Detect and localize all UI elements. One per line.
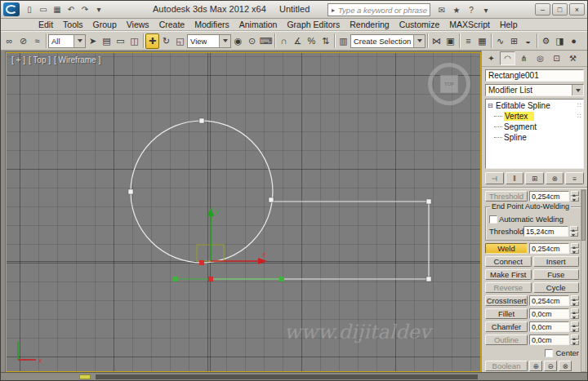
chevron-down-icon[interactable] bbox=[413, 35, 425, 47]
make-first-button[interactable]: Make First bbox=[485, 269, 532, 280]
close-button[interactable]: × bbox=[569, 3, 585, 16]
rendered-frame-icon[interactable]: ◨ bbox=[553, 33, 567, 49]
menu-rendering[interactable]: Rendering bbox=[345, 19, 394, 31]
spline-rectangle[interactable] bbox=[211, 202, 429, 279]
fuse-button[interactable]: Fuse bbox=[533, 269, 580, 280]
rectangular-selection-icon[interactable]: ▭ bbox=[114, 33, 127, 49]
stack-item-vertex[interactable]: Vertex ∷ bbox=[486, 111, 583, 122]
vertex-circle-left[interactable] bbox=[128, 189, 133, 194]
named-selection-set-combo[interactable]: Create Selection Se bbox=[350, 34, 425, 48]
menu-views[interactable]: Views bbox=[122, 19, 154, 31]
menu-modifiers[interactable]: Modifiers bbox=[189, 19, 234, 31]
save-icon[interactable]: ▦ bbox=[51, 3, 64, 16]
menu-group[interactable]: Group bbox=[88, 19, 122, 31]
menu-help[interactable]: Help bbox=[495, 19, 523, 31]
pin-stack-icon[interactable]: ⊣ bbox=[485, 172, 504, 184]
chevron-down-icon[interactable] bbox=[219, 35, 230, 47]
connect-button[interactable]: Connect bbox=[485, 256, 532, 267]
cross-insert-button[interactable]: CrossInsert bbox=[485, 295, 528, 306]
render-setup-icon[interactable]: ⚙ bbox=[539, 33, 553, 49]
tab-motion[interactable]: ◎ bbox=[532, 51, 548, 65]
curve-editor-icon[interactable]: ∿ bbox=[493, 33, 507, 49]
schematic-view-icon[interactable]: ⊞ bbox=[507, 33, 521, 49]
cross-insert-field[interactable]: 0,254cm bbox=[529, 295, 569, 306]
align-icon[interactable]: ▣ bbox=[443, 33, 457, 49]
configure-modifier-sets-icon[interactable]: ≡ bbox=[565, 172, 584, 184]
fillet-button[interactable]: Fillet bbox=[485, 308, 528, 319]
chamfer-button[interactable]: Chamfer bbox=[485, 321, 528, 332]
select-and-scale-icon[interactable]: ◱ bbox=[173, 33, 187, 49]
minimize-button[interactable]: – bbox=[535, 3, 550, 16]
weld-threshold-field[interactable]: 15,24cm bbox=[523, 226, 568, 237]
favorites-icon[interactable]: ★ bbox=[450, 3, 463, 16]
stack-item-segment[interactable]: Segment bbox=[486, 122, 583, 132]
weld-value-field[interactable]: 0,254cm bbox=[529, 243, 569, 254]
menu-edit[interactable]: Edit bbox=[33, 19, 58, 31]
menu-maxscript[interactable]: MAXScript bbox=[444, 19, 495, 31]
outline-field[interactable]: 0,0cm bbox=[529, 334, 569, 345]
time-slider-handle[interactable] bbox=[79, 374, 91, 379]
boolean-intersect-icon[interactable]: ⊗ bbox=[559, 361, 572, 371]
insert-button[interactable]: Insert bbox=[533, 256, 580, 267]
use-pivot-point-center-icon[interactable]: ◉ bbox=[231, 33, 245, 49]
layer-manager-icon[interactable]: ≡ bbox=[461, 33, 475, 49]
select-and-move-icon[interactable]: ✚ bbox=[145, 33, 159, 49]
outline-spinner[interactable] bbox=[571, 334, 579, 345]
cross-insert-spinner[interactable] bbox=[571, 295, 579, 306]
spline-circle[interactable] bbox=[131, 121, 273, 263]
connect-threshold-spinner[interactable] bbox=[571, 191, 579, 202]
menu-tools[interactable]: Tools bbox=[58, 19, 88, 31]
weld-threshold-spinner[interactable] bbox=[570, 226, 578, 237]
vertex-rect-bottomright[interactable] bbox=[426, 277, 431, 281]
new-file-icon[interactable]: ▯ bbox=[23, 3, 36, 16]
make-unique-icon[interactable]: ⊞ bbox=[525, 172, 544, 184]
vertex-rect-topright[interactable] bbox=[426, 199, 431, 204]
chamfer-spinner[interactable] bbox=[571, 321, 579, 332]
panel-scrollbar[interactable] bbox=[581, 189, 586, 372]
weld-spinner[interactable] bbox=[571, 243, 579, 254]
viewport-top[interactable]: y x x www.dijitaldev TOP bbox=[7, 53, 480, 371]
keyboard-override-icon[interactable]: ⌨ bbox=[259, 33, 273, 49]
modifier-list-dropdown[interactable]: Modifier List bbox=[485, 84, 584, 96]
tab-utilities[interactable]: ⚒ bbox=[565, 51, 581, 65]
select-and-manipulate-icon[interactable]: ⊙ bbox=[245, 33, 259, 49]
vertex-circle-top[interactable] bbox=[199, 118, 204, 123]
open-file-icon[interactable]: ▭ bbox=[37, 3, 50, 16]
reference-coordinate-dropdown[interactable]: View bbox=[187, 34, 231, 48]
viewport-menu-shading[interactable]: [ Wireframe ] bbox=[54, 55, 100, 64]
chevron-down-icon[interactable] bbox=[572, 85, 583, 95]
bezier-handle-right[interactable] bbox=[279, 277, 284, 281]
stack-item-spline[interactable]: Spline bbox=[486, 132, 583, 143]
select-object-icon[interactable]: ➤ bbox=[86, 33, 100, 49]
menu-graph-editors[interactable]: Graph Editors bbox=[282, 19, 345, 31]
undo-icon[interactable]: ↶ bbox=[65, 3, 78, 16]
select-by-name-icon[interactable]: ▤ bbox=[100, 33, 114, 49]
communication-center-icon[interactable]: ✉ bbox=[435, 3, 448, 16]
show-end-result-icon[interactable]: ‖ bbox=[506, 172, 524, 184]
bezier-handle-left[interactable] bbox=[173, 277, 178, 281]
help-dropdown-icon[interactable]: ▾ bbox=[479, 3, 492, 16]
menu-create[interactable]: Create bbox=[154, 19, 190, 31]
redo-icon[interactable]: ↷ bbox=[78, 3, 91, 16]
boolean-subtract-icon[interactable]: ⊖ bbox=[544, 361, 557, 371]
viewport-menu-general[interactable]: [ + ] bbox=[11, 55, 25, 64]
window-crossing-icon[interactable]: ◫ bbox=[127, 33, 141, 49]
search-input[interactable] bbox=[338, 5, 430, 15]
help-icon[interactable]: ? bbox=[465, 3, 478, 16]
fillet-field[interactable]: 0,0cm bbox=[529, 308, 569, 319]
select-and-rotate-icon[interactable]: ↻ bbox=[159, 33, 173, 49]
vertex-junction[interactable] bbox=[269, 197, 274, 202]
chevron-down-icon[interactable] bbox=[74, 35, 85, 47]
tab-hierarchy[interactable]: ⋔ bbox=[516, 51, 532, 65]
toolbar-options-icon[interactable]: ▾ bbox=[92, 3, 105, 16]
remove-modifier-icon[interactable]: ⊗ bbox=[546, 172, 564, 184]
maximize-button[interactable]: □ bbox=[552, 3, 568, 16]
boolean-union-icon[interactable]: ⊕ bbox=[529, 361, 542, 371]
vertex-selected-rect-end[interactable] bbox=[208, 277, 213, 281]
tab-display[interactable]: ⊡ bbox=[549, 51, 564, 65]
named-selection-sets-icon[interactable]: ▥ bbox=[336, 33, 350, 49]
search-flyout-icon[interactable]: ▸ bbox=[328, 7, 338, 14]
percent-snap-icon[interactable]: % bbox=[305, 33, 318, 49]
snaps-toggle-icon[interactable]: ∩ bbox=[277, 33, 291, 49]
chamfer-field[interactable]: 0,0cm bbox=[529, 321, 569, 332]
